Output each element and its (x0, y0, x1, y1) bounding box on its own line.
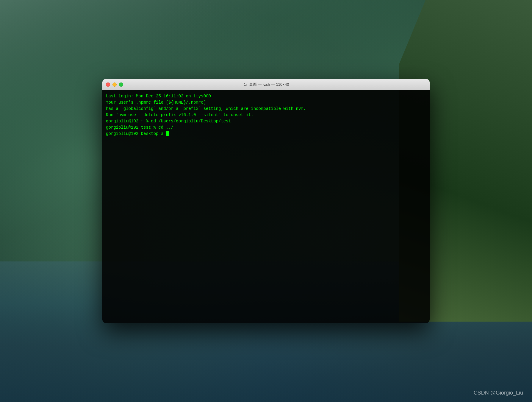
terminal-line-5: gorgioliu@192 ~ % cd /Users/gorgioliu/De… (106, 118, 426, 124)
terminal-line-3: has a `globalconfig` and/or a `prefix` s… (106, 106, 426, 112)
terminal-line-4: Run `nvm use --delete-prefix v16.1.0 --s… (106, 112, 426, 118)
cursor (166, 131, 169, 136)
terminal-line-7: gorgioliu@192 Desktop % (106, 131, 426, 137)
terminal-body[interactable]: Last login: Mon Dec 25 16:11:02 on ttys0… (102, 90, 430, 323)
terminal-window: 🗂 桌面 — -zsh — 110×40 Last login: Mon Dec… (102, 79, 430, 323)
close-button[interactable] (106, 82, 110, 87)
window-title: 🗂 桌面 — -zsh — 110×40 (243, 82, 289, 87)
traffic-lights (106, 82, 123, 87)
terminal-line-6: gorgioliu@192 test % cd ../ (106, 124, 426, 131)
watermark: CSDN @Giorgio_Liu (474, 390, 523, 396)
folder-icon: 🗂 (243, 82, 247, 87)
terminal-line-2: Your user's .npmrc file (${HOME}/.npmrc) (106, 99, 426, 106)
titlebar: 🗂 桌面 — -zsh — 110×40 (102, 79, 430, 90)
maximize-button[interactable] (119, 82, 123, 87)
minimize-button[interactable] (112, 82, 117, 87)
title-text: 桌面 — -zsh — 110×40 (249, 82, 289, 87)
terminal-line-1: Last login: Mon Dec 25 16:11:02 on ttys0… (106, 93, 426, 99)
